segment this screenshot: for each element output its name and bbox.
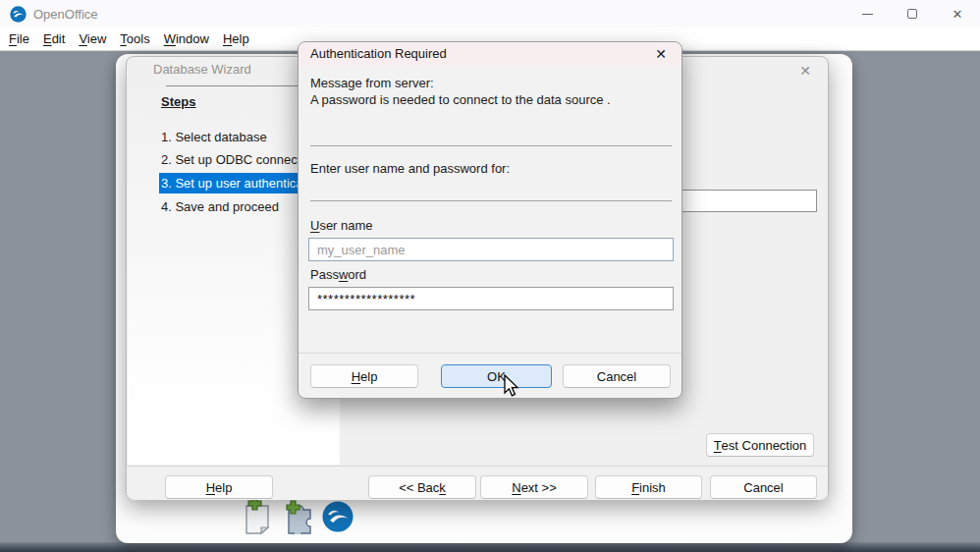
label-text: N bbox=[512, 480, 520, 495]
label-text: H bbox=[206, 480, 215, 495]
ok-button[interactable]: OK bbox=[441, 364, 552, 388]
finish-button[interactable]: Finish bbox=[595, 475, 702, 499]
divider bbox=[310, 200, 672, 201]
minimize-button[interactable] bbox=[844, 0, 890, 28]
divider bbox=[299, 353, 681, 354]
cancel-button[interactable]: Cancel bbox=[710, 475, 817, 499]
next-button[interactable]: Next >> bbox=[480, 475, 588, 499]
label-text: ile bbox=[17, 31, 29, 46]
label-text: U bbox=[310, 218, 319, 233]
window-controls: ✕ bbox=[844, 0, 980, 28]
label-text: Pass bbox=[310, 267, 339, 282]
menu-view[interactable]: View bbox=[72, 28, 113, 49]
menu-tools[interactable]: Tools bbox=[113, 28, 156, 49]
label-text: iew bbox=[87, 31, 107, 46]
label-text: ord bbox=[348, 267, 366, 282]
desktop-background: Database Wizard ✕ Steps 1. Select databa… bbox=[0, 51, 980, 552]
dialog-title: Database Wizard bbox=[153, 62, 251, 77]
window-title: OpenOffice bbox=[33, 7, 98, 22]
label-text: H bbox=[352, 369, 360, 384]
label-text: elp bbox=[215, 480, 232, 495]
minimize-icon bbox=[862, 14, 873, 15]
screen: OpenOffice ✕ File Edit View Tools Window… bbox=[0, 0, 980, 552]
close-button[interactable]: ✕ bbox=[648, 44, 674, 64]
username-label: User name bbox=[310, 218, 373, 233]
label-text: << Bac bbox=[399, 480, 439, 495]
label-text: elp bbox=[232, 31, 248, 46]
step-label: 2. Set up ODBC connection bbox=[161, 152, 318, 167]
wizard-footer: Help << Back Next >> Finish Cancel bbox=[127, 466, 828, 500]
label-text: ext >> bbox=[521, 480, 557, 495]
close-icon: ✕ bbox=[799, 64, 811, 78]
password-label: Password bbox=[310, 267, 366, 282]
new-document-icon[interactable] bbox=[242, 497, 273, 534]
label-text: k bbox=[439, 480, 446, 495]
maximize-icon bbox=[907, 9, 917, 19]
label-text: Cancel bbox=[597, 369, 636, 384]
label-text: indow bbox=[176, 31, 209, 46]
password-input[interactable] bbox=[308, 287, 674, 310]
label-text: E bbox=[43, 31, 52, 46]
label-text: dit bbox=[52, 31, 66, 46]
window-titlebar: OpenOffice ✕ bbox=[0, 0, 980, 28]
openoffice-logo-icon bbox=[10, 6, 27, 23]
label-text: w bbox=[339, 267, 348, 282]
label-text: F bbox=[631, 480, 639, 495]
prompt-text: Enter user name and password for: bbox=[310, 161, 510, 176]
authentication-dialog: Authentication Required ✕ Message from s… bbox=[298, 41, 682, 399]
username-input[interactable] bbox=[308, 238, 674, 261]
message-from-server-label: Message from server: bbox=[310, 76, 434, 90]
menu-edit[interactable]: Edit bbox=[36, 28, 72, 49]
server-message-text: A password is needed to connect to the d… bbox=[310, 92, 611, 107]
steps-heading: Steps bbox=[161, 94, 195, 109]
menu-window[interactable]: Window bbox=[157, 28, 216, 49]
close-button[interactable]: ✕ bbox=[935, 0, 980, 28]
label-text: Cancel bbox=[743, 480, 783, 495]
test-connection-button[interactable]: Test Connection bbox=[706, 433, 814, 457]
mouse-cursor bbox=[504, 374, 523, 400]
close-icon: ✕ bbox=[655, 47, 667, 61]
dialog-title: Authentication Required bbox=[310, 46, 447, 61]
back-button[interactable]: << Back bbox=[368, 475, 476, 499]
label-text: V bbox=[79, 31, 86, 46]
label-text: inish bbox=[639, 480, 666, 495]
menu-file[interactable]: File bbox=[2, 28, 36, 49]
label-text: ser name bbox=[319, 218, 372, 233]
close-button[interactable]: ✕ bbox=[792, 61, 818, 81]
cancel-button[interactable]: Cancel bbox=[563, 364, 671, 388]
step-label: 4. Save and proceed bbox=[161, 199, 279, 214]
label-text: W bbox=[164, 31, 176, 46]
window-bottom-edge bbox=[0, 542, 980, 552]
label-text: elp bbox=[360, 369, 377, 384]
maximize-button[interactable] bbox=[890, 0, 935, 28]
step-label: 1. Select database bbox=[161, 130, 267, 144]
divider bbox=[310, 145, 672, 146]
help-button[interactable]: Help bbox=[165, 475, 273, 499]
label-text: H bbox=[223, 31, 232, 46]
label-text: ools bbox=[127, 31, 150, 46]
label-text: T bbox=[714, 438, 722, 453]
openoffice-logo-icon[interactable] bbox=[322, 501, 354, 532]
close-icon: ✕ bbox=[953, 8, 963, 21]
menu-help[interactable]: Help bbox=[216, 28, 256, 49]
help-button[interactable]: Help bbox=[310, 364, 418, 388]
label-text: F bbox=[9, 31, 17, 46]
extension-icon[interactable] bbox=[283, 500, 316, 534]
label-text: est Connection bbox=[722, 438, 807, 453]
